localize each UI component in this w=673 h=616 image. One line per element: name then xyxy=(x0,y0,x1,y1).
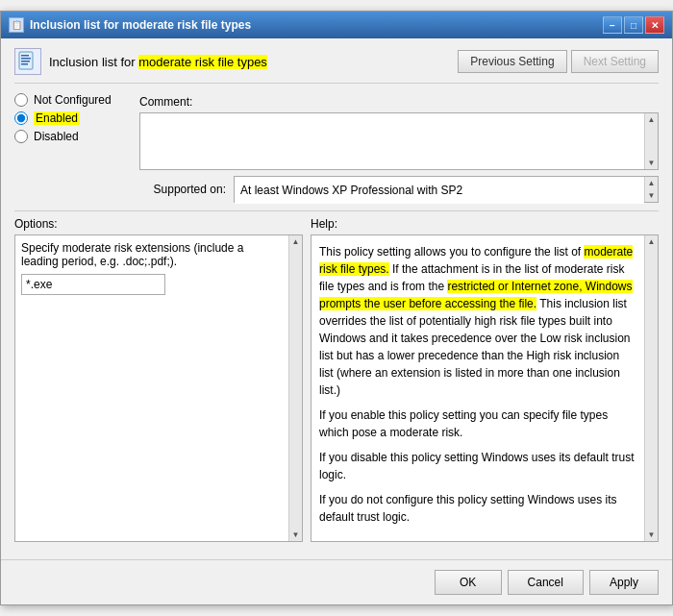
comment-label: Comment: xyxy=(139,93,192,109)
nav-buttons: Previous Setting Next Setting xyxy=(458,50,659,73)
window-icon: 📋 xyxy=(9,17,24,33)
bottom-buttons: OK Cancel Apply xyxy=(1,559,672,604)
window-title: Inclusion list for moderate risk file ty… xyxy=(30,18,251,32)
svg-rect-2 xyxy=(21,58,31,60)
not-configured-radio[interactable] xyxy=(14,93,28,107)
radio-section: Not Configured Enabled Disabled xyxy=(14,93,139,170)
supported-on-row: Supported on: At least Windows XP Profes… xyxy=(139,176,659,203)
supported-label: Supported on: xyxy=(139,183,226,196)
policy-title-prefix: Inclusion list for xyxy=(49,55,138,69)
policy-title: Inclusion list for moderate risk file ty… xyxy=(49,55,267,69)
svg-rect-1 xyxy=(21,55,29,57)
help-text-4: If you do not configure this policy sett… xyxy=(319,493,617,524)
supported-value: At least Windows XP Professional with SP… xyxy=(235,177,644,204)
supported-scrollbar[interactable]: ▲ ▼ xyxy=(644,177,658,202)
cancel-button[interactable]: Cancel xyxy=(508,570,584,595)
supported-value-wrapper: At least Windows XP Professional with SP… xyxy=(234,176,659,203)
help-paragraph-3: If you disable this policy setting Windo… xyxy=(319,449,636,483)
ok-button[interactable]: OK xyxy=(435,570,502,595)
help-panel: Help: This policy setting allows you to … xyxy=(311,217,659,542)
options-scroll-down-icon[interactable]: ▼ xyxy=(290,529,302,541)
help-text-1a: This policy setting allows you to config… xyxy=(319,245,584,259)
enabled-radio[interactable] xyxy=(14,111,28,125)
help-paragraph-2: If you enable this policy setting you ca… xyxy=(319,407,636,441)
svg-rect-3 xyxy=(21,61,30,62)
options-input-row xyxy=(21,274,283,295)
previous-setting-button[interactable]: Previous Setting xyxy=(458,50,566,73)
policy-icon xyxy=(14,48,41,75)
radio-comment-section: Not Configured Enabled Disabled Comment: xyxy=(14,93,659,170)
scroll-down-icon[interactable]: ▼ xyxy=(646,157,658,169)
title-bar: 📋 Inclusion list for moderate risk file … xyxy=(1,12,672,38)
comment-section: Comment: ▲ ▼ xyxy=(139,93,659,170)
supported-scroll-down-icon[interactable]: ▼ xyxy=(646,189,658,202)
help-box: This policy setting allows you to config… xyxy=(312,235,644,541)
options-box: Specify moderate risk extensions (includ… xyxy=(15,235,288,541)
help-scroll-up-icon[interactable]: ▲ xyxy=(646,235,658,248)
main-window: 📋 Inclusion list for moderate risk file … xyxy=(0,11,673,605)
header-row: Inclusion list for moderate risk file ty… xyxy=(14,48,659,84)
disabled-label: Disabled xyxy=(34,130,79,143)
help-paragraph-1: This policy setting allows you to config… xyxy=(319,243,636,399)
enabled-row: Enabled xyxy=(14,111,139,125)
help-scroll-down-icon[interactable]: ▼ xyxy=(646,529,658,541)
disabled-row: Disabled xyxy=(14,130,139,143)
options-panel: Options: Specify moderate risk extension… xyxy=(14,217,303,542)
options-box-wrapper: Specify moderate risk extensions (includ… xyxy=(14,234,303,542)
scroll-up-icon[interactable]: ▲ xyxy=(646,113,658,126)
not-configured-label: Not Configured xyxy=(34,93,112,107)
title-bar-left: 📋 Inclusion list for moderate risk file … xyxy=(9,17,251,33)
not-configured-row: Not Configured xyxy=(14,93,139,107)
supported-scroll-up-icon[interactable]: ▲ xyxy=(646,177,658,189)
svg-rect-4 xyxy=(21,63,28,65)
extensions-input[interactable] xyxy=(21,274,165,295)
options-label: Options: xyxy=(14,217,303,231)
help-box-wrapper: This policy setting allows you to config… xyxy=(311,234,659,542)
content-area: Inclusion list for moderate risk file ty… xyxy=(1,38,672,552)
comment-header: Comment: xyxy=(139,93,659,109)
comment-wrapper: ▲ ▼ xyxy=(139,112,659,170)
title-bar-controls: − □ ✕ xyxy=(603,16,664,34)
header-left: Inclusion list for moderate risk file ty… xyxy=(14,48,458,75)
close-button[interactable]: ✕ xyxy=(645,16,664,34)
comment-scrollbar[interactable]: ▲ ▼ xyxy=(644,113,658,169)
maximize-button[interactable]: □ xyxy=(624,16,643,34)
policy-title-highlight: moderate risk file types xyxy=(138,55,267,69)
enabled-label: Enabled xyxy=(34,111,80,125)
options-help-row: Options: Specify moderate risk extension… xyxy=(14,217,659,542)
help-text-2: If you enable this policy setting you ca… xyxy=(319,408,608,439)
next-setting-button[interactable]: Next Setting xyxy=(571,50,659,73)
minimize-button[interactable]: − xyxy=(603,16,622,34)
options-scroll-up-icon[interactable]: ▲ xyxy=(290,235,302,248)
apply-button[interactable]: Apply xyxy=(589,570,659,595)
options-description: Specify moderate risk extensions (includ… xyxy=(21,241,283,268)
options-scrollbar[interactable]: ▲ ▼ xyxy=(288,235,302,541)
disabled-radio[interactable] xyxy=(14,130,28,143)
comment-textarea[interactable] xyxy=(140,113,644,169)
help-scrollbar[interactable]: ▲ ▼ xyxy=(644,235,658,541)
help-paragraph-4: If you do not configure this policy sett… xyxy=(319,491,636,526)
divider xyxy=(14,210,659,211)
help-text-3: If you disable this policy setting Windo… xyxy=(319,451,635,481)
help-text-1e: This inclusion list overrides the list o… xyxy=(319,297,631,397)
help-label: Help: xyxy=(311,217,659,231)
